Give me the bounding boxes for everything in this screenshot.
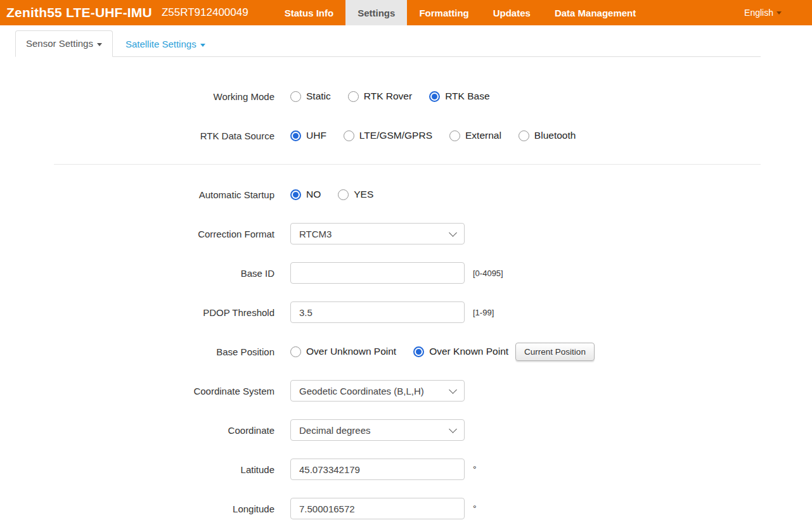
radio-icon	[449, 130, 460, 141]
coordinate-value: Decimal degrees	[299, 425, 371, 436]
radio-auto-startup-yes[interactable]: YES	[338, 189, 373, 200]
correction-format-label: Correction Format	[0, 229, 274, 239]
radio-label: Over Known Point	[429, 346, 508, 357]
coordinate-system-row: Coordinate System Geodetic Coordinates (…	[0, 380, 812, 402]
coordinate-select[interactable]: Decimal degrees	[290, 419, 465, 441]
radio-icon	[338, 189, 349, 200]
nav-item-updates[interactable]: Updates	[481, 0, 543, 25]
radio-over-known-point[interactable]: Over Known Point	[413, 346, 508, 357]
radio-rtk-source-bluetooth[interactable]: Bluetooth	[519, 130, 576, 141]
main-nav: Status Info Settings Formatting Updates …	[273, 0, 648, 25]
tab-sensor-settings[interactable]: Sensor Settings	[15, 30, 113, 57]
radio-label: RTK Rover	[364, 91, 412, 102]
caret-down-icon	[200, 44, 205, 47]
pdop-threshold-row: PDOP Threshold [1-99]	[0, 301, 812, 323]
coordinate-row: Coordinate Decimal degrees	[0, 419, 812, 441]
radio-icon	[290, 346, 301, 357]
latitude-input[interactable]	[290, 459, 465, 480]
coordinate-label: Coordinate	[0, 425, 274, 436]
radio-label: NO	[306, 189, 321, 200]
radio-rtk-source-uhf[interactable]: UHF	[290, 130, 326, 141]
longitude-input[interactable]	[290, 498, 465, 519]
section-divider	[54, 164, 761, 165]
latitude-label: Latitude	[0, 464, 274, 475]
radio-checked-icon	[413, 346, 424, 357]
radio-label: RTK Base	[445, 91, 489, 102]
radio-icon	[344, 130, 354, 141]
base-id-label: Base ID	[0, 268, 274, 279]
nav-item-settings[interactable]: Settings	[345, 0, 407, 25]
working-mode-row: Working Mode Static RTK Rover RTK Base	[0, 86, 812, 107]
chevron-down-icon	[449, 229, 457, 237]
language-dropdown[interactable]: English	[744, 0, 812, 25]
radio-rtk-source-lte-gsm-gprs[interactable]: LTE/GSM/GPRS	[344, 130, 432, 141]
language-label: English	[744, 8, 773, 18]
current-position-button[interactable]: Current Position	[515, 343, 595, 361]
base-id-range-hint: [0-4095]	[473, 269, 503, 278]
radio-working-mode-rtk-base[interactable]: RTK Base	[429, 91, 489, 102]
settings-tabbar: Sensor Settings Satellite Settings	[15, 29, 761, 57]
radio-label: External	[465, 130, 501, 141]
radio-over-unknown-point[interactable]: Over Unknown Point	[290, 346, 396, 357]
tab-satellite-settings[interactable]: Satellite Settings	[115, 32, 216, 57]
correction-format-row: Correction Format RTCM3	[0, 223, 812, 244]
radio-icon	[290, 91, 301, 102]
radio-auto-startup-no[interactable]: NO	[290, 189, 321, 200]
correction-format-value: RTCM3	[299, 229, 332, 239]
radio-icon	[348, 91, 359, 102]
tab-sensor-settings-label: Sensor Settings	[26, 38, 93, 49]
longitude-label: Longitude	[0, 504, 274, 514]
pdop-threshold-input[interactable]	[290, 301, 465, 323]
rtk-data-source-label: RTK Data Source	[0, 130, 274, 141]
nav-item-data-management[interactable]: Data Management	[543, 0, 648, 25]
sensor-settings-form: Working Mode Static RTK Rover RTK Base R…	[0, 57, 812, 519]
automatic-startup-row: Automatic Startup NO YES	[0, 184, 812, 205]
correction-format-select[interactable]: RTCM3	[290, 223, 465, 244]
rtk-data-source-row: RTK Data Source UHF LTE/GSM/GPRS Externa…	[0, 125, 812, 146]
pdop-threshold-label: PDOP Threshold	[0, 307, 274, 318]
longitude-row: Longitude °	[0, 498, 812, 519]
caret-down-icon	[777, 11, 782, 15]
radio-checked-icon	[290, 130, 301, 141]
brand-title[interactable]: Zenith55 LTE-UHF-IMU	[6, 5, 152, 20]
working-mode-label: Working Mode	[0, 91, 274, 102]
radio-label: Static	[306, 91, 331, 102]
chevron-down-icon	[449, 386, 457, 394]
latitude-row: Latitude °	[0, 459, 812, 480]
top-navbar: Zenith55 LTE-UHF-IMU Z55RT912400049 Stat…	[0, 0, 812, 25]
radio-checked-icon	[429, 91, 440, 102]
chevron-down-icon	[449, 425, 457, 433]
radio-icon	[519, 130, 529, 141]
radio-label: LTE/GSM/GPRS	[359, 130, 432, 141]
coordinate-system-select[interactable]: Geodetic Coordinates (B,L,H)	[290, 380, 465, 402]
base-id-input[interactable]	[290, 262, 465, 284]
radio-working-mode-rtk-rover[interactable]: RTK Rover	[348, 91, 412, 102]
radio-rtk-source-external[interactable]: External	[449, 130, 501, 141]
automatic-startup-label: Automatic Startup	[0, 189, 274, 200]
latitude-degree-unit: °	[473, 464, 477, 474]
coordinate-system-value: Geodetic Coordinates (B,L,H)	[299, 386, 424, 396]
radio-label: Over Unknown Point	[306, 346, 396, 357]
radio-label: YES	[354, 189, 373, 200]
pdop-range-hint: [1-99]	[473, 308, 494, 317]
coordinate-system-label: Coordinate System	[0, 386, 274, 396]
radio-label: UHF	[306, 130, 326, 141]
base-position-label: Base Position	[0, 346, 274, 357]
caret-down-icon	[97, 43, 102, 46]
radio-checked-icon	[290, 189, 301, 200]
base-position-row: Base Position Over Unknown Point Over Kn…	[0, 341, 812, 362]
nav-item-formatting[interactable]: Formatting	[407, 0, 480, 25]
nav-item-status-info[interactable]: Status Info	[273, 0, 346, 25]
tab-satellite-settings-label: Satellite Settings	[126, 39, 197, 49]
radio-label: Bluetooth	[534, 130, 576, 141]
radio-working-mode-static[interactable]: Static	[290, 91, 331, 102]
device-serial: Z55RT912400049	[162, 6, 248, 19]
base-id-row: Base ID [0-4095]	[0, 262, 812, 284]
longitude-degree-unit: °	[473, 504, 477, 514]
